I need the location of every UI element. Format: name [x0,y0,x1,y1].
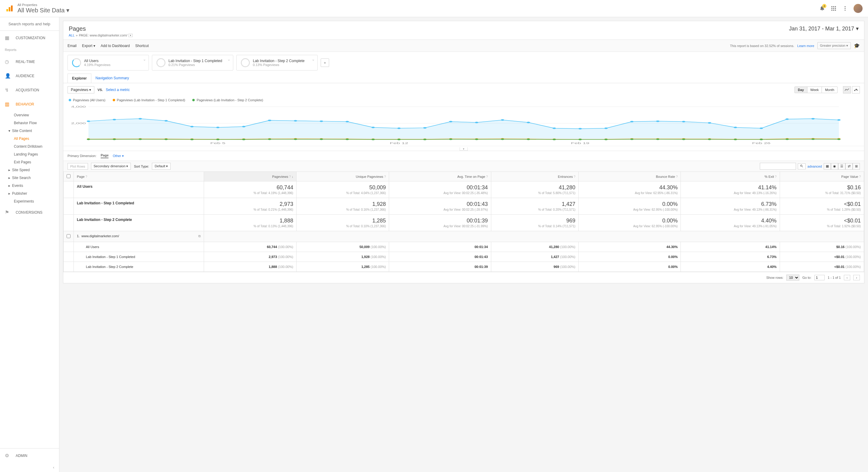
dimension-page[interactable]: Page [101,153,108,158]
page-url[interactable]: www.digitalmarketer.com/ [82,234,119,238]
chevron-down-icon[interactable]: ⌄ [312,57,315,62]
prev-page-button[interactable]: ‹ [844,275,850,280]
search-input[interactable] [8,22,59,26]
week-button[interactable]: Week [807,87,822,93]
gear-icon: ⚙ [5,453,10,459]
sidebar-sub-publisher[interactable]: ▸Publisher [0,190,59,197]
chevron-down-icon[interactable]: ⌄ [227,57,230,62]
legend-dot [192,99,195,101]
metric-cell: 0.00% [579,262,681,272]
help-icon[interactable]: ? [486,175,488,179]
metric-cell: <$0.01% of Total: 1.92% ($0.50) [780,215,864,231]
view-pivot-button[interactable]: ⊞ [852,163,860,170]
col-unique-pageviews[interactable]: Unique Pageviews ? [296,172,389,182]
col-page[interactable]: Page ? [74,172,204,182]
col-page-value[interactable]: Page Value ? [780,172,864,182]
motion-chart-button[interactable] [852,86,860,93]
breadcrumb-all[interactable]: ALL [69,33,75,37]
goto-input[interactable] [814,275,825,280]
segment-all-users[interactable]: All Users4.19% Pageviews ⌄ [67,55,149,70]
shortcut-button[interactable]: Shortcut [135,44,149,48]
precision-dropdown[interactable]: Greater precision ▾ [817,42,851,49]
select-metric-link[interactable]: Select a metric [106,88,130,92]
segment-step2[interactable]: Lab Invitation - Step 2 Complete0.13% Pa… [236,55,318,70]
sidebar-item-audience[interactable]: 👤AUDIENCE [0,69,59,83]
sidebar-item-behavior[interactable]: ▥BEHAVIOR [0,97,59,111]
sidebar-sub-search[interactable]: ▸Site Search [0,174,59,182]
metric-cell: 60,744% of Total: 4.19% (1,448,396) [204,182,296,198]
secondary-dimension-dropdown[interactable]: Secondary dimension ▾ [91,163,131,170]
breadcrumb-dropdown[interactable]: ▾ [128,34,133,37]
view-pie-button[interactable]: ◉ [831,163,838,170]
svg-point-87 [216,139,219,140]
help-icon[interactable]: ? [859,175,861,179]
table-search-input[interactable] [760,163,796,170]
sidebar-sub-flow[interactable]: Behavior Flow [0,119,59,127]
svg-point-109 [785,138,789,140]
notifications-button[interactable]: 4 [819,5,825,12]
segment-label: All Users [74,242,204,252]
sidebar-sub-exit[interactable]: Exit Pages [0,158,59,166]
rows-select[interactable]: 10 [786,275,799,281]
external-link-icon[interactable]: ⧉ [198,234,201,238]
sidebar-sub-experiments[interactable]: Experiments [0,197,59,205]
sidebar-search[interactable] [0,17,59,31]
learn-more-link[interactable]: Learn more [797,44,814,48]
next-page-button[interactable]: › [853,275,860,280]
header-title[interactable]: All Web Site Data ▾ [18,7,69,14]
advanced-link[interactable]: advanced [807,164,822,168]
date-range-picker[interactable]: Jan 31, 2017 - Mar 1, 2017 ▾ [789,25,859,32]
col-pageviews[interactable]: Pageviews ? ↓ [204,172,296,182]
apps-icon[interactable] [831,5,837,11]
table-search-button[interactable] [798,163,806,169]
col-bounce-rate[interactable]: Bounce Rate ? [579,172,681,182]
chevron-down-icon[interactable]: ⌄ [143,57,146,62]
help-icon[interactable]: ? [384,175,386,179]
more-icon[interactable] [842,5,848,11]
view-bar-button[interactable]: ☰ [838,163,845,170]
chart-expand-handle[interactable]: ▾ [460,147,468,151]
svg-point-23 [113,119,116,120]
sidebar-collapse-button[interactable]: ‹ [0,463,59,472]
sidebar-sub-site-content[interactable]: ▾Site Content [0,127,59,135]
svg-point-50 [811,118,815,119]
select-all-checkbox[interactable] [67,174,70,178]
sidebar-item-acquisition[interactable]: ↯ACQUISITION [0,83,59,97]
sidebar-item-conversions[interactable]: ⚑CONVERSIONS [0,205,59,219]
sidebar-sub-all-pages[interactable]: All Pages [0,135,59,143]
sidebar-sub-speed[interactable]: ▸Site Speed [0,166,59,174]
segment-step1[interactable]: Lab Invitation - Step 1 Completed0.21% P… [152,55,233,70]
education-icon[interactable]: 🎓 [854,43,860,49]
sidebar-item-customization[interactable]: ▦CUSTOMIZATION [0,31,59,45]
sidebar-sub-events[interactable]: ▸Events [0,182,59,190]
view-table-button[interactable]: ▦ [824,163,831,170]
email-button[interactable]: Email [67,44,76,48]
day-button[interactable]: Day [795,87,807,93]
row-checkbox[interactable] [67,234,70,238]
tab-navigation-summary[interactable]: Navigation Summary [91,73,133,83]
metric-dropdown[interactable]: Pageviews ▾ [67,86,94,93]
col-entrances[interactable]: Entrances ? [491,172,579,182]
sidebar-sub-drilldown[interactable]: Content Drilldown [0,143,59,150]
line-chart-button[interactable] [843,86,851,93]
sidebar-item-realtime[interactable]: ◷REAL-TIME [0,55,59,69]
export-button[interactable]: Export ▾ [82,44,95,48]
sidebar-sub-landing[interactable]: Landing Pages [0,150,59,158]
add-to-dashboard-button[interactable]: Add to Dashboard [101,44,130,48]
help-icon[interactable]: ? [86,175,87,179]
col-exit[interactable]: % Exit ? [681,172,780,182]
dimension-other[interactable]: Other ▾ [113,154,124,158]
help-icon[interactable]: ? [574,175,575,179]
add-segment-button[interactable]: + [321,59,329,67]
sidebar-sub-overview[interactable]: Overview [0,111,59,119]
month-button[interactable]: Month [822,87,837,93]
sort-type-dropdown[interactable]: Default ▾ [152,163,170,170]
view-comparison-button[interactable]: ⇄ [845,163,852,170]
help-icon[interactable]: ? [775,175,777,179]
tab-explorer[interactable]: Explorer [67,73,91,83]
sidebar-item-admin[interactable]: ⚙ADMIN [0,448,59,463]
col-avg-time[interactable]: Avg. Time on Page ? [389,172,491,182]
help-icon[interactable]: ? [289,175,291,179]
help-icon[interactable]: ? [676,175,678,179]
user-avatar[interactable] [854,4,863,13]
